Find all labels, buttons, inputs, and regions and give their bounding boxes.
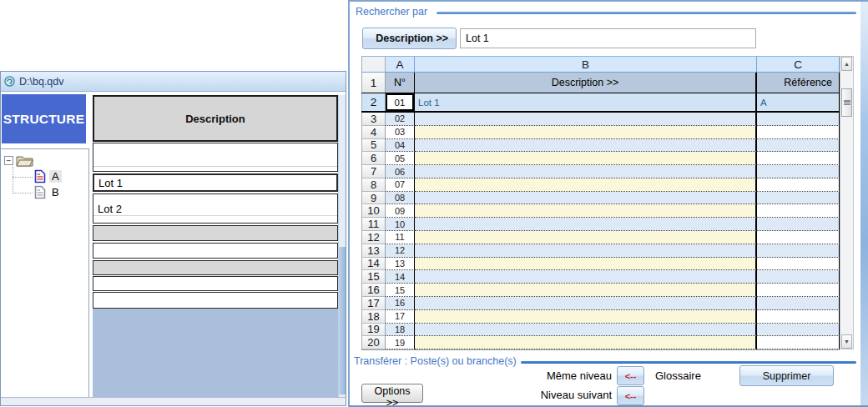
cell-reference[interactable] <box>757 126 840 139</box>
cell-reference[interactable] <box>757 204 840 218</box>
cell-description[interactable] <box>415 178 757 192</box>
cell-num[interactable]: 13 <box>386 258 415 271</box>
row-header[interactable]: 13 <box>361 244 386 258</box>
grid-row[interactable]: 807 <box>361 178 840 192</box>
transfer-next-level-button[interactable]: <-- <box>617 386 644 405</box>
search-input[interactable] <box>460 28 756 48</box>
description-row-empty[interactable] <box>93 225 338 241</box>
tree-root-node[interactable]: − <box>4 153 88 168</box>
search-field-button[interactable]: Description >> <box>362 28 457 49</box>
grid-row[interactable]: 504 <box>361 139 840 153</box>
grid-vertical-scrollbar[interactable]: ▲ ▼ <box>840 56 854 349</box>
window-titlebar[interactable]: D:\bq.qdv <box>1 72 346 92</box>
row-header[interactable]: 5 <box>361 139 386 153</box>
cell-num[interactable]: 16 <box>386 297 415 310</box>
grid-row[interactable]: 1413 <box>361 258 840 271</box>
grid-row[interactable]: 1110 <box>361 218 840 231</box>
cell-description[interactable] <box>415 126 757 139</box>
column-header-c[interactable]: C <box>757 57 840 72</box>
cell-reference[interactable] <box>757 113 840 126</box>
description-row-empty[interactable] <box>93 143 338 172</box>
grid-row[interactable]: 1211 <box>361 231 840 244</box>
row-header[interactable]: 4 <box>361 126 386 139</box>
cell-reference[interactable] <box>757 324 840 337</box>
cell-num[interactable]: 14 <box>386 270 415 284</box>
tree-item-b[interactable]: B <box>13 185 88 199</box>
description-row[interactable]: Lot 2 <box>93 193 338 224</box>
cell-description[interactable] <box>415 218 757 231</box>
cell-num[interactable]: 19 <box>386 336 415 349</box>
grid-row[interactable]: 403 <box>361 126 840 139</box>
cell-num[interactable]: 03 <box>386 126 415 139</box>
cell-description[interactable] <box>415 336 757 349</box>
left-horizontal-scrollbar[interactable] <box>1 397 346 405</box>
cell-reference[interactable] <box>757 310 840 324</box>
transfer-same-level-button[interactable]: <-- <box>617 366 644 385</box>
grid-row[interactable]: 1009 <box>361 204 840 218</box>
cell-num[interactable]: 07 <box>386 178 415 192</box>
cell-reference[interactable] <box>757 258 840 271</box>
description-row[interactable]: Lot 1 <box>93 173 338 192</box>
row-header[interactable]: 12 <box>361 231 386 244</box>
cell-reference[interactable] <box>757 139 840 153</box>
cell-reference[interactable]: A <box>757 93 840 111</box>
scroll-down-icon[interactable]: ▼ <box>841 334 852 349</box>
cell-num[interactable]: 05 <box>386 152 415 165</box>
scroll-up-icon[interactable]: ▲ <box>841 57 852 71</box>
row-header[interactable]: 15 <box>361 270 386 284</box>
grid-row[interactable]: 1615 <box>361 284 840 297</box>
cell-description[interactable] <box>415 258 757 271</box>
grid-scrollbar-thumb[interactable] <box>841 88 852 117</box>
cell-num[interactable]: 12 <box>386 244 415 258</box>
grid-selected-row[interactable]: 2 01 Lot 1 A <box>361 93 840 113</box>
grid-row[interactable]: 1312 <box>361 244 840 258</box>
row-header[interactable]: 16 <box>361 284 386 297</box>
row-header[interactable]: 9 <box>361 192 386 205</box>
cell-description[interactable] <box>415 192 757 205</box>
cell-num[interactable]: 15 <box>386 284 415 297</box>
description-row-empty[interactable] <box>93 276 338 291</box>
row-header[interactable]: 3 <box>361 113 386 126</box>
cell-reference[interactable] <box>757 270 840 284</box>
cell-num[interactable]: 08 <box>386 192 415 205</box>
cell-description[interactable]: Lot 1 <box>415 93 757 111</box>
cell-description[interactable] <box>415 231 757 244</box>
cell-reference[interactable] <box>757 192 840 205</box>
grid-row[interactable]: 302 <box>361 113 840 126</box>
collapse-toggle-icon[interactable]: − <box>4 156 13 165</box>
left-scrollbar-thumb[interactable] <box>339 247 346 395</box>
cell-num[interactable]: 09 <box>386 204 415 218</box>
grid-row[interactable]: 605 <box>361 152 840 165</box>
cell-description[interactable] <box>415 270 757 284</box>
grid-row[interactable]: 908 <box>361 192 840 205</box>
grid-row[interactable]: 1918 <box>361 324 840 337</box>
tree-item-a[interactable]: A <box>13 169 88 183</box>
cell-description[interactable] <box>415 297 757 310</box>
left-vertical-scrollbar[interactable] <box>338 95 346 398</box>
cell-description[interactable] <box>415 204 757 218</box>
grid-row[interactable]: 1817 <box>361 310 840 324</box>
row-header[interactable]: 14 <box>361 258 386 271</box>
cell-reference[interactable] <box>757 244 840 258</box>
cell-reference[interactable] <box>757 165 840 178</box>
cell-num[interactable]: 11 <box>386 231 415 244</box>
column-header-a[interactable]: A <box>386 57 415 72</box>
grid-row[interactable]: 1514 <box>361 270 840 284</box>
cell-num[interactable]: 06 <box>386 165 415 178</box>
cell-description[interactable] <box>415 152 757 165</box>
cell-description[interactable] <box>415 139 757 153</box>
cell-reference[interactable] <box>757 284 840 297</box>
row-header[interactable]: 2 <box>361 93 386 111</box>
header-cell-description[interactable]: Description >> <box>415 73 757 93</box>
row-header[interactable]: 6 <box>361 152 386 165</box>
grid-row[interactable]: 1716 <box>361 297 840 310</box>
row-header[interactable]: 8 <box>361 178 386 192</box>
description-row-empty[interactable] <box>93 260 338 275</box>
description-row-empty[interactable] <box>93 292 338 309</box>
delete-button[interactable]: Supprimer <box>739 365 834 386</box>
cell-reference[interactable] <box>757 178 840 192</box>
cell-description[interactable] <box>415 324 757 337</box>
cell-description[interactable] <box>415 165 757 178</box>
grid-row[interactable]: 2019 <box>361 336 840 349</box>
cell-description[interactable] <box>415 113 757 126</box>
